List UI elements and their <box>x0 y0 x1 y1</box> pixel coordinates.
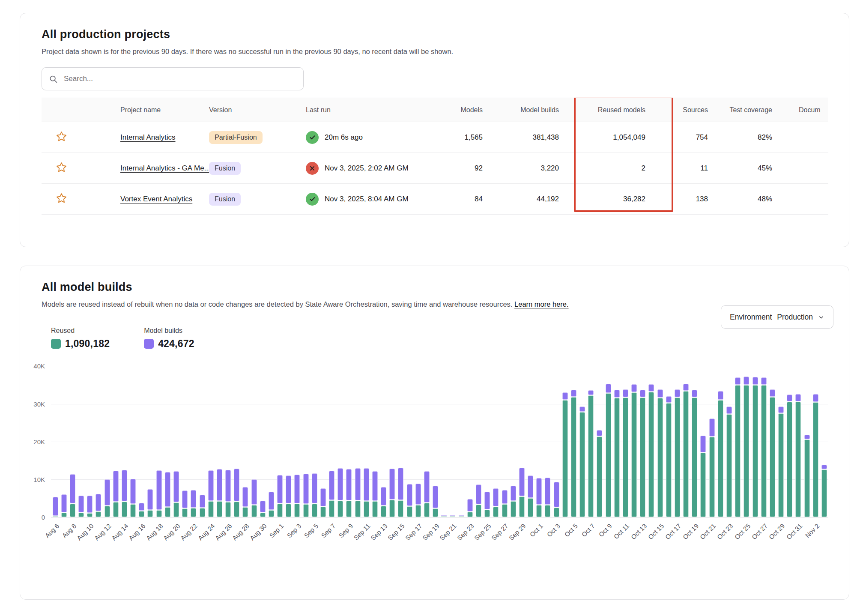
bar-aug-22: Aug 22 <box>189 366 198 517</box>
project-name-link[interactable]: Vortex Event Analytics <box>120 195 192 203</box>
table-row: Internal Analytics - GA Me... Fusion Nov… <box>42 153 828 184</box>
reused-segment <box>821 469 827 517</box>
reused-segment <box>242 507 248 517</box>
project-search[interactable] <box>42 67 304 90</box>
environment-select[interactable]: Environment Production <box>721 305 833 329</box>
model-builds-segment <box>398 468 403 500</box>
model-builds-segment <box>346 469 352 500</box>
favorite-star-icon[interactable] <box>56 131 67 144</box>
model-builds-segment <box>778 407 784 413</box>
bar-oct-12 <box>630 366 639 517</box>
model-builds-segment <box>726 407 732 414</box>
model-builds-segment <box>675 389 680 397</box>
reused-segment <box>536 505 542 517</box>
reused-segment <box>623 398 628 517</box>
learn-more-link[interactable]: Learn more here. <box>514 300 569 308</box>
reused-segment <box>217 501 222 517</box>
model-builds-segment <box>208 470 214 501</box>
cell-model-builds: 381,438 <box>483 133 559 142</box>
cell-reused-models: 2 <box>559 164 645 173</box>
model-builds-segment <box>648 384 654 392</box>
run-status-icon <box>306 131 319 144</box>
search-input[interactable] <box>63 74 296 84</box>
reused-segment <box>675 398 680 517</box>
model-builds-segment <box>476 484 481 504</box>
model-builds-segment <box>804 435 810 440</box>
model-builds-segment <box>623 389 628 398</box>
projects-table: Project name Version Last run Models Mod… <box>42 98 828 215</box>
environment-value: Production <box>777 313 813 322</box>
reused-segment <box>122 502 127 517</box>
cell-model-builds: 3,220 <box>483 164 559 173</box>
bar-aug-26: Aug 26 <box>224 366 232 517</box>
reused-segment <box>87 513 93 517</box>
x-tick-label: Aug 12 <box>93 522 113 542</box>
bar-sep-21: Sep 21 <box>448 366 457 517</box>
bar-sep-30 <box>526 366 535 517</box>
reused-segment <box>657 398 663 517</box>
x-tick-label: Sep 1 <box>268 522 285 539</box>
bar-oct-31: Oct 31 <box>794 366 803 517</box>
project-name-link[interactable]: Internal Analytics <box>120 133 176 141</box>
bar-sep-11: Sep 11 <box>362 366 370 517</box>
model-builds-segment <box>467 499 473 511</box>
model-builds-segment <box>821 465 827 469</box>
bar-aug-27 <box>233 366 241 517</box>
project-name-link[interactable]: Internal Analytics - GA Me... <box>120 164 209 172</box>
reused-segment <box>191 508 196 517</box>
cell-model-builds: 44,192 <box>483 195 559 203</box>
x-tick-label: Oct 27 <box>750 522 769 541</box>
x-tick-label: Oct 1 <box>528 522 544 538</box>
model-builds-segment <box>502 490 508 504</box>
x-tick-label: Oct 7 <box>580 522 596 538</box>
bar-oct-18 <box>682 366 690 517</box>
model-builds-segment <box>320 488 326 506</box>
y-tick-label: 10K <box>33 476 45 483</box>
model-builds-segment <box>666 396 672 403</box>
x-tick-label: Oct 9 <box>597 522 613 538</box>
model-builds-segment <box>606 384 611 393</box>
favorite-star-icon[interactable] <box>56 161 67 175</box>
bar-sep-12 <box>370 366 379 517</box>
x-tick-label: Oct 11 <box>612 522 630 540</box>
bar-oct-19: Oct 19 <box>690 366 699 517</box>
reused-segment <box>433 508 438 517</box>
model-builds-segment <box>459 515 464 516</box>
bar-oct-7: Oct 7 <box>587 366 595 517</box>
reused-segment <box>70 504 75 517</box>
bar-aug-11 <box>94 366 103 517</box>
bar-aug-15 <box>129 366 137 517</box>
bar-oct-22 <box>716 366 725 517</box>
x-tick-label: Sep 23 <box>456 522 475 542</box>
favorite-star-icon[interactable] <box>56 192 67 206</box>
reused-segment <box>692 398 697 517</box>
model-builds-segment <box>173 471 179 502</box>
model-builds-segment <box>364 468 369 501</box>
reused-segment <box>709 437 715 517</box>
reused-segment <box>614 398 620 517</box>
model-builds-segment <box>53 497 58 515</box>
bar-aug-20: Aug 20 <box>172 366 180 517</box>
reused-segment <box>165 507 170 517</box>
bar-aug-17 <box>146 366 155 517</box>
model-builds-segment <box>511 486 516 501</box>
model-builds-segment <box>407 484 412 505</box>
bar-oct-8 <box>595 366 604 517</box>
bar-sep-8 <box>336 366 345 517</box>
model-builds-segment <box>450 515 455 516</box>
reused-segment <box>571 397 576 517</box>
x-tick-label: Sep 11 <box>352 522 371 541</box>
x-tick-label: Aug 16 <box>127 522 147 542</box>
legend-model-builds-value: 424,672 <box>158 338 194 350</box>
table-row: Vortex Event Analytics Fusion Nov 3, 202… <box>42 184 828 215</box>
reused-segment <box>735 385 741 517</box>
bar-oct-24 <box>734 366 742 517</box>
reused-segment <box>329 500 334 517</box>
model-builds-chart: 010K20K30K40K Aug 6Aug 8Aug 10Aug 12Aug … <box>24 366 827 567</box>
x-tick-label: Oct 21 <box>699 522 717 541</box>
bar-sep-3: Sep 3 <box>293 366 302 517</box>
environment-label: Environment <box>730 313 772 322</box>
header-model-builds: Model builds <box>483 106 559 114</box>
bar-oct-1: Oct 1 <box>535 366 543 517</box>
reused-segment <box>200 508 205 517</box>
